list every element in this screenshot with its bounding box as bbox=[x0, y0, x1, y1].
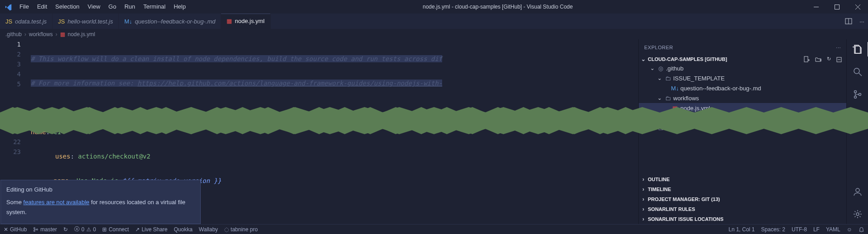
window-close-button[interactable] bbox=[847, 0, 868, 14]
menu-edit[interactable]: Edit bbox=[33, 0, 51, 14]
section-sonarlint-rules[interactable]: ›SONARLINT RULES bbox=[639, 204, 846, 214]
explorer-root[interactable]: ⌄ CLOUD-CAP-SAMPLES [GITHUB] ↻ bbox=[639, 55, 846, 63]
chevron-right-icon: › bbox=[641, 186, 646, 192]
code-line: # For more information see: https://help… bbox=[31, 80, 442, 87]
status-indent[interactable]: Spaces: 2 bbox=[761, 226, 785, 233]
svg-point-20 bbox=[856, 213, 859, 215]
chevron-right-icon: › bbox=[641, 216, 646, 222]
editor-more-icon[interactable]: ··· bbox=[859, 18, 864, 25]
section-project-manager[interactable]: ›PROJECT MANAGER: GIT (13) bbox=[639, 194, 846, 204]
menu-bar: File Edit Selection View Go Run Terminal… bbox=[15, 0, 190, 14]
crumb-workflows[interactable]: workflows bbox=[29, 31, 53, 37]
tree-label: workflows bbox=[673, 95, 699, 102]
chevron-right-icon: › bbox=[641, 176, 646, 183]
line-number-gutter: 22 23 bbox=[0, 137, 31, 157]
tab-odata-test[interactable]: JS odata.test.js bbox=[0, 14, 52, 29]
status-problems[interactable]: ⓧ 0 ⚠ 0 bbox=[74, 225, 96, 233]
status-encoding[interactable]: UTF-8 bbox=[792, 226, 807, 233]
source-control-icon[interactable] bbox=[847, 87, 868, 102]
status-bar: ✕ GitHub master ↻ ⓧ 0 ⚠ 0 ⊞ Connect ↗ Li… bbox=[0, 224, 868, 234]
status-connect[interactable]: ⊞ Connect bbox=[102, 226, 129, 233]
section-outline[interactable]: ›OUTLINE bbox=[639, 174, 846, 184]
tree-folder-github[interactable]: ⌄ ◎ .github bbox=[639, 63, 846, 73]
explorer-more-icon[interactable]: ··· bbox=[836, 45, 841, 50]
svg-rect-0 bbox=[814, 7, 819, 7]
menu-help[interactable]: Help bbox=[170, 0, 190, 14]
status-remote[interactable]: ✕ GitHub bbox=[4, 226, 27, 233]
tree-folder-issue-template[interactable]: ⌄ 🗀 ISSUE_TEMPLATE bbox=[639, 73, 846, 83]
refresh-icon[interactable]: ↻ bbox=[827, 56, 831, 62]
svg-point-11 bbox=[854, 68, 859, 74]
chevron-right-icon: › bbox=[56, 31, 57, 37]
window-minimize-button[interactable] bbox=[806, 0, 826, 14]
menu-selection[interactable]: Selection bbox=[51, 0, 83, 14]
status-quokka[interactable]: Quokka bbox=[174, 226, 193, 233]
code-line: # This workflow will do a clean install … bbox=[31, 55, 442, 62]
status-cursor[interactable]: Ln 1, Col 1 bbox=[729, 226, 755, 233]
tree-label: ISSUE_TEMPLATE bbox=[673, 75, 725, 82]
md-file-icon: M↓ bbox=[124, 18, 132, 25]
crumb-github[interactable]: .github bbox=[5, 31, 22, 37]
js-file-icon: JS bbox=[58, 18, 65, 25]
notification-link[interactable]: features are not available bbox=[24, 199, 90, 206]
torn-overlay-full bbox=[0, 107, 868, 134]
folder-icon: 🗀 bbox=[664, 75, 671, 82]
status-notifications-icon[interactable] bbox=[859, 226, 864, 232]
svg-line-12 bbox=[859, 73, 862, 76]
menu-go[interactable]: Go bbox=[104, 0, 120, 14]
account-icon[interactable] bbox=[847, 184, 868, 199]
window-maximize-button[interactable] bbox=[826, 0, 847, 14]
chevron-down-icon: ⌄ bbox=[641, 56, 646, 62]
new-folder-icon[interactable] bbox=[815, 56, 821, 62]
crumb-file[interactable]: node.js.yml bbox=[68, 31, 95, 37]
notification-title: Editing on GitHub bbox=[6, 185, 195, 195]
menu-view[interactable]: View bbox=[84, 0, 104, 14]
notification-toast: Editing on GitHub Some features are not … bbox=[0, 180, 201, 224]
tab-label: hello-world.test.js bbox=[67, 18, 113, 25]
status-liveshare[interactable]: ↗ Live Share bbox=[135, 226, 167, 233]
section-timeline[interactable]: ›TIMELINE bbox=[639, 184, 846, 194]
chevron-down-icon: ⌄ bbox=[657, 95, 662, 101]
chevron-down-icon: ⌄ bbox=[650, 65, 655, 71]
status-eol[interactable]: LF bbox=[813, 226, 820, 233]
tab-hello-world-test[interactable]: JS hello-world.test.js bbox=[52, 14, 119, 29]
root-label: CLOUD-CAP-SAMPLES [GITHUB] bbox=[648, 56, 727, 62]
window-title: node.js.yml - cloud-cap-samples [GitHub]… bbox=[190, 4, 806, 10]
yml-file-icon: ▦ bbox=[60, 31, 65, 37]
menu-file[interactable]: File bbox=[15, 0, 33, 14]
tab-question-md[interactable]: M↓ question--feedback-or-bug-.md bbox=[119, 14, 222, 29]
status-wallaby[interactable]: Wallaby bbox=[199, 226, 218, 233]
github-folder-icon: ◎ bbox=[657, 65, 664, 72]
tab-label: odata.test.js bbox=[15, 18, 47, 25]
tree-folder-workflows[interactable]: ⌄ 🗀 workflows bbox=[639, 93, 846, 103]
svg-point-15 bbox=[859, 94, 861, 96]
status-feedback-icon[interactable]: ☺ bbox=[847, 226, 852, 233]
menu-run[interactable]: Run bbox=[120, 0, 139, 14]
menu-terminal[interactable]: Terminal bbox=[139, 0, 170, 14]
svg-point-14 bbox=[854, 96, 856, 98]
status-sync[interactable]: ↻ bbox=[63, 226, 68, 233]
tree-label: .github bbox=[666, 65, 684, 72]
tree-file-question-md[interactable]: M↓ question--feedback-or-bug-.md bbox=[639, 83, 846, 93]
chevron-right-icon: › bbox=[641, 196, 646, 202]
tab-label: node.js.yml bbox=[235, 18, 264, 24]
status-language[interactable]: YAML bbox=[826, 226, 840, 233]
new-file-icon[interactable] bbox=[803, 56, 810, 62]
status-branch[interactable]: master bbox=[33, 226, 57, 233]
js-file-icon: JS bbox=[5, 18, 12, 25]
tab-label: question--feedback-or-bug-.md bbox=[135, 18, 215, 25]
svg-rect-1 bbox=[835, 5, 839, 9]
explorer-icon[interactable] bbox=[847, 42, 868, 56]
tree-label: question--feedback-or-bug-.md bbox=[680, 85, 761, 92]
settings-gear-icon[interactable] bbox=[847, 207, 868, 221]
svg-rect-4 bbox=[804, 56, 808, 62]
md-file-icon: M↓ bbox=[671, 85, 679, 92]
search-icon[interactable] bbox=[847, 65, 868, 79]
split-editor-icon[interactable] bbox=[845, 18, 852, 25]
svg-point-19 bbox=[856, 188, 859, 192]
collapse-all-icon[interactable] bbox=[836, 56, 843, 62]
breadcrumb[interactable]: .github › workflows › ▦ node.js.yml bbox=[0, 29, 868, 39]
status-tabnine[interactable]: ◌ tabnine pro bbox=[224, 226, 258, 233]
tab-node-js-yml[interactable]: ▦ node.js.yml bbox=[221, 14, 271, 29]
section-sonarlint-issues[interactable]: ›SONARLINT ISSUE LOCATIONS bbox=[639, 214, 846, 224]
